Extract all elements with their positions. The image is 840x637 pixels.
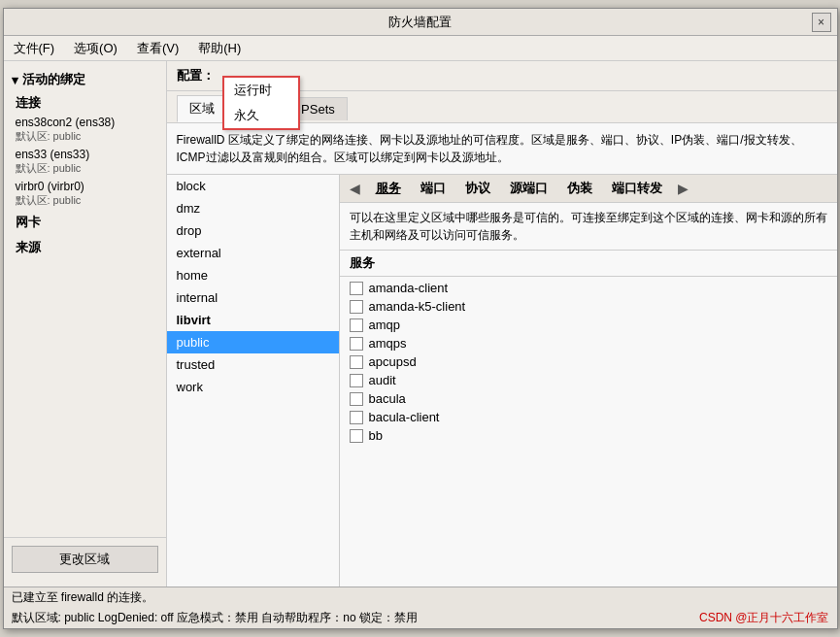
config-label: 配置：: [177, 67, 215, 84]
config-option-runtime[interactable]: 运行时: [224, 78, 298, 103]
menu-view[interactable]: 查看(V): [131, 38, 185, 59]
tab-zones[interactable]: 区域: [177, 95, 227, 122]
config-bar: 配置： 运行时 永久: [167, 61, 837, 91]
menu-options[interactable]: 选项(O): [68, 38, 123, 59]
service-amqps[interactable]: amqps: [340, 334, 837, 352]
zone-libvirt[interactable]: libvirt: [167, 309, 339, 331]
zone-internal[interactable]: internal: [167, 286, 339, 309]
service-bacula-client[interactable]: bacula-client: [340, 408, 837, 426]
service-checkbox-amanda-k5-client[interactable]: [350, 300, 363, 314]
zone-list-panel: block dmz drop external home internal li…: [167, 175, 340, 587]
status-bar-connection: 已建立至 firewalld 的连接。: [4, 587, 837, 608]
services-list: amanda-client amanda-k5-client amqp: [340, 277, 837, 587]
service-audit[interactable]: audit: [340, 371, 837, 389]
service-bacula[interactable]: bacula: [340, 389, 837, 408]
services-nav-port-forward[interactable]: 端口转发: [604, 178, 670, 199]
services-nav-source-ports[interactable]: 源端口: [502, 178, 555, 199]
service-checkbox-amqp[interactable]: [350, 318, 363, 332]
zone-public[interactable]: public: [167, 331, 339, 353]
zone-block[interactable]: block: [167, 175, 339, 197]
zone-drop[interactable]: drop: [167, 219, 339, 242]
service-amanda-client[interactable]: amanda-client: [340, 279, 837, 297]
sidebar-bottom: 更改区域: [4, 537, 166, 581]
chevron-down-icon: ▾: [12, 73, 18, 87]
connection-ens33[interactable]: ens33 (ens33) 默认区: public: [4, 146, 166, 178]
services-nav-services[interactable]: 服务: [368, 178, 409, 199]
service-apcupsd[interactable]: apcupsd: [340, 352, 837, 371]
menu-help[interactable]: 帮助(H): [192, 38, 247, 59]
zone-dmz[interactable]: dmz: [167, 197, 339, 219]
close-button[interactable]: ×: [812, 13, 831, 32]
service-checkbox-bacula-client[interactable]: [350, 411, 363, 424]
change-zone-button[interactable]: 更改区域: [12, 546, 158, 573]
connections-label: 连接: [4, 92, 166, 114]
service-checkbox-bb[interactable]: [350, 429, 363, 443]
sidebar-network-card[interactable]: 网卡: [4, 210, 166, 235]
status-bar-bottom: 默认区域: public LogDenied: off 应急模式：禁用 自动帮助…: [4, 608, 837, 628]
services-list-header: 服务: [340, 251, 837, 277]
services-nav: ◀ 服务 端口 协议 源端口 伪装 端口转发 ▶: [340, 175, 837, 203]
config-option-permanent[interactable]: 永久: [224, 103, 298, 128]
title-bar: 防火墙配置 ×: [4, 9, 837, 36]
services-panel: ◀ 服务 端口 协议 源端口 伪装 端口转发 ▶ 可以在这里定义区域中哪些服务是…: [340, 175, 837, 587]
service-checkbox-amanda-client[interactable]: [350, 282, 363, 295]
connection-ens38[interactable]: ens38con2 (ens38) 默认区: public: [4, 114, 166, 146]
sidebar-source[interactable]: 来源: [4, 235, 166, 260]
service-checkbox-bacula[interactable]: [350, 392, 363, 406]
service-bb[interactable]: bb: [340, 426, 837, 445]
active-binding-header: ▾ 活动的绑定: [4, 67, 166, 92]
service-amanda-k5-client[interactable]: amanda-k5-client: [340, 297, 837, 316]
zone-home[interactable]: home: [167, 264, 339, 286]
description-area: FirewallD 区域定义了绑定的网络连接、网卡以及源地址的可信程度。区域是服…: [167, 123, 837, 175]
menu-file[interactable]: 文件(F): [8, 38, 61, 59]
main-content: ▾ 活动的绑定 连接 ens38con2 (ens38) 默认区: public…: [4, 61, 837, 587]
service-amqp[interactable]: amqp: [340, 316, 837, 334]
zone-services-area: block dmz drop external home internal li…: [167, 175, 837, 587]
nav-right-arrow[interactable]: ▶: [674, 181, 692, 196]
zone-trusted[interactable]: trusted: [167, 353, 339, 376]
services-description: 可以在这里定义区域中哪些服务是可信的。可连接至绑定到这个区域的连接、网卡和源的所…: [340, 203, 837, 251]
status-bar-info: 默认区域: public LogDenied: off 应急模式：禁用 自动帮助…: [12, 610, 419, 626]
services-nav-masquerade[interactable]: 伪装: [559, 178, 600, 199]
services-nav-ports[interactable]: 端口: [413, 178, 454, 199]
menu-bar: 文件(F) 选项(O) 查看(V) 帮助(H): [4, 36, 837, 61]
nav-left-arrow[interactable]: ◀: [346, 181, 364, 196]
services-nav-protocol[interactable]: 协议: [457, 178, 498, 199]
main-window: 防火墙配置 × 文件(F) 选项(O) 查看(V) 帮助(H) ▾ 活动的绑定 …: [3, 8, 838, 629]
window-title: 防火墙配置: [388, 14, 452, 31]
service-checkbox-audit[interactable]: [350, 374, 363, 387]
right-panel: 配置： 运行时 永久 区域 服务 IPSets FirewallD 区域定义了绑…: [167, 61, 837, 587]
service-checkbox-amqps[interactable]: [350, 337, 363, 351]
csdn-watermark: CSDN @正月十六工作室: [699, 610, 829, 626]
zone-work[interactable]: work: [167, 376, 339, 398]
connection-virbr0[interactable]: virbr0 (virbr0) 默认区: public: [4, 178, 166, 210]
service-checkbox-apcupsd[interactable]: [350, 355, 363, 369]
sidebar: ▾ 活动的绑定 连接 ens38con2 (ens38) 默认区: public…: [4, 61, 167, 587]
zone-external[interactable]: external: [167, 242, 339, 264]
config-dropdown-popup: 运行时 永久: [222, 76, 300, 130]
